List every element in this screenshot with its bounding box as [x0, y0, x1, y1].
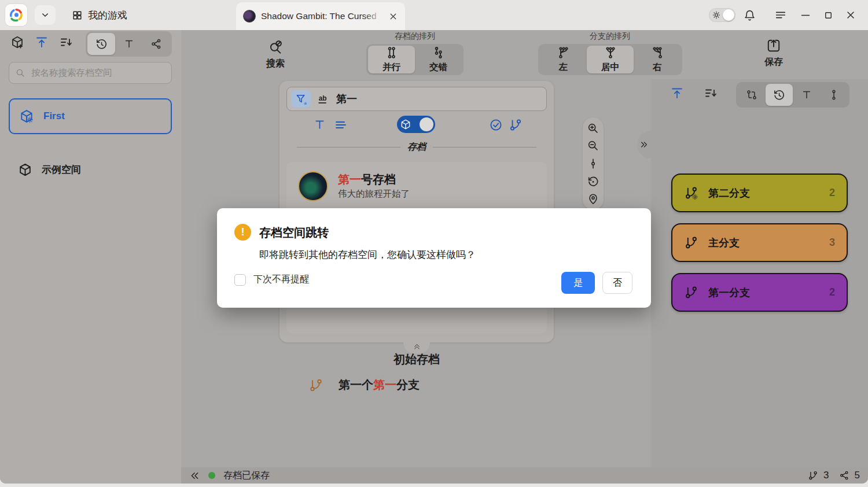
- panel-expand-tab[interactable]: [637, 131, 651, 158]
- branch-align-left-button[interactable]: 左: [540, 46, 587, 73]
- status-counts: 3 5: [808, 470, 860, 481]
- space-item-label: 示例空间: [42, 163, 81, 176]
- space-item-first[interactable]: First: [9, 98, 172, 134]
- zoom-panel: [583, 117, 604, 210]
- arrange-parallel-button[interactable]: 并行: [368, 46, 415, 73]
- zoom-slider[interactable]: [586, 157, 600, 171]
- match-text-icon[interactable]: ab: [317, 93, 329, 105]
- theme-toggle[interactable]: [709, 8, 735, 22]
- sidebar-view-history[interactable]: [87, 33, 115, 55]
- workspace-label: 我的游戏: [88, 9, 127, 22]
- branch-filter-icon[interactable]: [509, 118, 523, 132]
- zoom-out-button[interactable]: [586, 139, 600, 153]
- branch-arrangement-group: 左 居中 右: [538, 44, 682, 75]
- locate-button[interactable]: [586, 192, 600, 206]
- grid-icon: [72, 10, 83, 21]
- branch-align-right-button[interactable]: 右: [634, 46, 681, 73]
- search-off-icon: [268, 39, 284, 55]
- search-archives-button[interactable]: 搜索: [255, 37, 296, 72]
- save-button[interactable]: 保存: [753, 36, 795, 71]
- parallel-icon: [384, 46, 399, 60]
- branch-arrangement-label: 分支的排列: [590, 31, 630, 42]
- double-chevron-right-icon: [639, 140, 649, 149]
- confirm-button[interactable]: 是: [561, 272, 595, 294]
- save-icon: [766, 38, 781, 53]
- toggle-knob: [420, 117, 433, 131]
- arrange-interleave-button[interactable]: 交错: [415, 46, 462, 73]
- cancel-button[interactable]: 否: [602, 272, 632, 294]
- branch-name: 主分支: [708, 236, 819, 250]
- sidebar-view-name[interactable]: [115, 33, 142, 55]
- branch-card-second[interactable]: 第二分支 2: [671, 174, 848, 212]
- dialog-title: 存档空间跳转: [259, 225, 329, 241]
- app-logo[interactable]: [5, 4, 27, 26]
- pin-top-button[interactable]: [32, 32, 52, 52]
- initial-save-label: 初始存档: [393, 352, 440, 367]
- game-tab[interactable]: Shadow Gambit: The Cursed: [236, 2, 405, 30]
- sidebar-view-segmented: [86, 31, 172, 57]
- archive-subtitle: 伟大的旅程开始了: [338, 188, 410, 200]
- sort-spaces-button[interactable]: [56, 32, 76, 52]
- nodes-count-icon: [839, 470, 849, 481]
- reset-view-button[interactable]: [586, 175, 600, 189]
- branch-count: 2: [829, 286, 835, 298]
- fork-right-icon: [650, 46, 665, 60]
- window-close-button[interactable]: [844, 9, 857, 21]
- minimize-button[interactable]: [799, 9, 812, 21]
- archive-section-divider: 存档: [297, 141, 536, 153]
- space-search: [9, 62, 172, 84]
- panel-view-history[interactable]: [766, 84, 793, 106]
- space-count-value: 5: [855, 470, 860, 481]
- panel-view-name[interactable]: [793, 84, 820, 106]
- branch-name: 第一分支: [708, 286, 819, 300]
- archive-item[interactable]: 第一号存档 伟大的旅程开始了: [298, 169, 535, 204]
- maximize-button[interactable]: [822, 9, 834, 21]
- branch-icon: [684, 235, 698, 250]
- branch-icon: [308, 378, 323, 393]
- status-message: 存档已保存: [223, 470, 270, 482]
- warning-icon: !: [234, 224, 251, 241]
- zoom-in-button[interactable]: [586, 121, 600, 135]
- panel-view-commit[interactable]: [820, 84, 848, 106]
- add-space-button[interactable]: [8, 32, 27, 52]
- dont-remind-option[interactable]: 下次不再提醒: [234, 274, 309, 286]
- align-top-icon: [670, 86, 684, 100]
- space-search-input[interactable]: [30, 67, 165, 79]
- branch-count-value: 3: [823, 470, 829, 481]
- sort-descending-icon: [59, 35, 73, 49]
- space-item-example[interactable]: 示例空间: [9, 152, 172, 187]
- cube-view-toggle[interactable]: [397, 116, 435, 133]
- dont-remind-checkbox[interactable]: [234, 274, 246, 286]
- title-filter-icon[interactable]: [313, 118, 326, 131]
- status-bar: 存档已保存 3 5: [181, 467, 868, 484]
- panel-pin-top-button[interactable]: [667, 83, 687, 103]
- workspace-switcher[interactable]: 我的游戏: [72, 0, 127, 30]
- sidebar-view-nodes[interactable]: [142, 33, 170, 55]
- cube-icon: [18, 163, 32, 177]
- align-top-icon: [35, 35, 49, 49]
- branch-count-icon: [808, 470, 818, 481]
- tab-title: Shadow Gambit: The Cursed: [261, 10, 383, 22]
- branch-align-center-button[interactable]: 居中: [587, 46, 634, 73]
- dont-remind-label: 下次不再提醒: [253, 274, 309, 286]
- dialog-message: 即将跳转到其他的存档空间，您确认要这样做吗？: [259, 248, 476, 261]
- app-menu-chevron-button[interactable]: [35, 5, 56, 25]
- archive-card-controls: [279, 116, 554, 134]
- game-avatar: [243, 10, 256, 23]
- branch-list-item-partial[interactable]: 第一个第一分支: [308, 377, 420, 393]
- window-menu-button[interactable]: [774, 9, 787, 21]
- branch-card-first[interactable]: 第一分支 2: [671, 273, 848, 312]
- archive-filter-input[interactable]: [335, 93, 542, 106]
- filter-settings-chip[interactable]: [291, 90, 311, 108]
- panel-view-compare[interactable]: [738, 84, 766, 106]
- archive-arrangement-group: 并行 交错: [366, 44, 464, 75]
- collapse-sidebar-icon[interactable]: [189, 470, 200, 481]
- theme-toggle-knob: [723, 9, 734, 21]
- tab-close-icon[interactable]: [388, 12, 398, 21]
- branch-card-main[interactable]: 主分支 3: [671, 223, 848, 262]
- panel-sort-button[interactable]: [701, 83, 720, 103]
- description-filter-icon[interactable]: [334, 118, 348, 132]
- branch-item-title: 第一个第一分支: [339, 377, 420, 393]
- check-circle-icon[interactable]: [489, 118, 503, 132]
- notifications-button[interactable]: [743, 9, 756, 21]
